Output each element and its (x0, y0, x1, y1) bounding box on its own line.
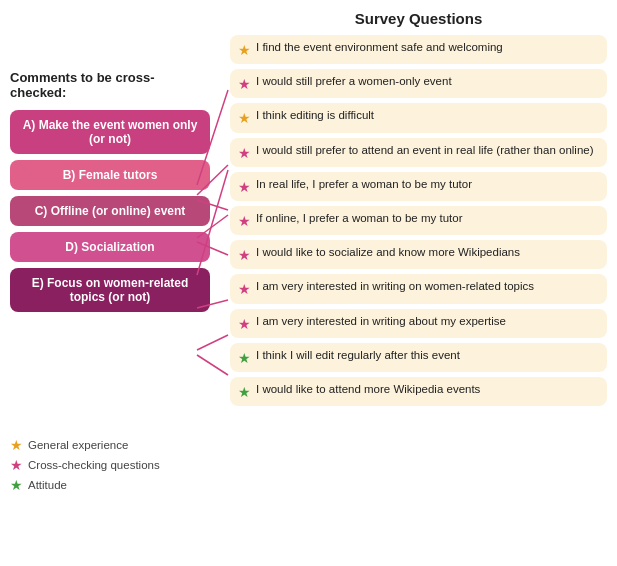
legend-star-gold-icon: ★ (10, 437, 23, 453)
left-side: Comments to be cross-checked: A) Make th… (10, 10, 210, 411)
box-d: D) Socialization (10, 232, 210, 262)
question-text-5: In real life, I prefer a woman to be my … (256, 177, 472, 192)
box-e: E) Focus on women-related topics (or not… (10, 268, 210, 312)
star-green-icon: ★ (238, 349, 251, 367)
question-item-5: ★In real life, I prefer a woman to be my… (230, 172, 607, 201)
question-text-2: I would still prefer a women-only event (256, 74, 452, 89)
question-text-6: If online, I prefer a woman to be my tut… (256, 211, 462, 226)
question-item-1: ★I find the event environment safe and w… (230, 35, 607, 64)
question-item-2: ★I would still prefer a women-only event (230, 69, 607, 98)
question-item-4: ★I would still prefer to attend an event… (230, 138, 607, 167)
box-a: A) Make the event women only (or not) (10, 110, 210, 154)
survey-title: Survey Questions (230, 10, 607, 27)
question-item-7: ★I would like to socialize and know more… (230, 240, 607, 269)
legend-label-1: Cross-checking questions (28, 459, 160, 471)
legend-item-1: ★Cross-checking questions (10, 456, 617, 473)
star-pink-icon: ★ (238, 280, 251, 298)
question-item-11: ★I would like to attend more Wikipedia e… (230, 377, 607, 406)
main-container: Comments to be cross-checked: A) Make th… (0, 0, 617, 421)
star-gold-icon: ★ (238, 41, 251, 59)
question-item-8: ★I am very interested in writing on wome… (230, 274, 607, 303)
question-text-1: I find the event environment safe and we… (256, 40, 503, 55)
star-pink-icon: ★ (238, 75, 251, 93)
legend-item-2: ★Attitude (10, 476, 617, 493)
question-item-6: ★If online, I prefer a woman to be my tu… (230, 206, 607, 235)
star-green-icon: ★ (238, 383, 251, 401)
question-item-10: ★I think I will edit regularly after thi… (230, 343, 607, 372)
legend-area: ★General experience★Cross-checking quest… (0, 436, 617, 493)
question-text-11: I would like to attend more Wikipedia ev… (256, 382, 480, 397)
cross-checked-label: Comments to be cross-checked: (10, 70, 210, 100)
star-pink-icon: ★ (238, 178, 251, 196)
question-text-8: I am very interested in writing on women… (256, 279, 534, 294)
star-pink-icon: ★ (238, 144, 251, 162)
box-b: B) Female tutors (10, 160, 210, 190)
question-item-3: ★I think editing is difficult (230, 103, 607, 132)
legend-label-2: Attitude (28, 479, 67, 491)
question-text-3: I think editing is difficult (256, 108, 374, 123)
right-side: Survey Questions ★I find the event envir… (210, 10, 607, 411)
star-pink-icon: ★ (238, 315, 251, 333)
legend-item-0: ★General experience (10, 436, 617, 453)
star-pink-icon: ★ (238, 212, 251, 230)
box-c: C) Offline (or online) event (10, 196, 210, 226)
comment-boxes: A) Make the event women only (or not)B) … (10, 110, 210, 312)
star-gold-icon: ★ (238, 109, 251, 127)
question-text-7: I would like to socialize and know more … (256, 245, 520, 260)
question-list: ★I find the event environment safe and w… (230, 35, 607, 406)
legend-star-green-icon: ★ (10, 477, 23, 493)
legend-label-0: General experience (28, 439, 128, 451)
star-pink-icon: ★ (238, 246, 251, 264)
question-text-4: I would still prefer to attend an event … (256, 143, 594, 158)
question-text-9: I am very interested in writing about my… (256, 314, 506, 329)
question-text-10: I think I will edit regularly after this… (256, 348, 460, 363)
question-item-9: ★I am very interested in writing about m… (230, 309, 607, 338)
legend-star-pink-icon: ★ (10, 457, 23, 473)
